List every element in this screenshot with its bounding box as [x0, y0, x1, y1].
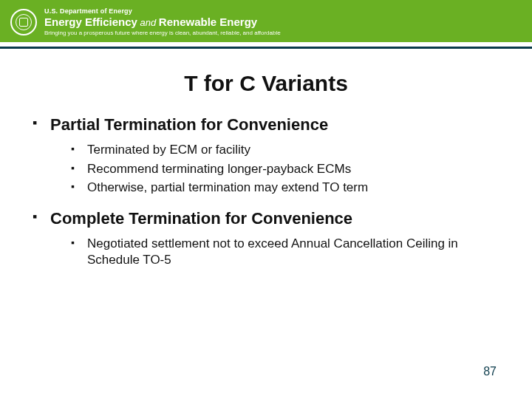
list-item: Otherwise, partial termination may exten…	[71, 180, 499, 196]
list-item: Recommend terminating longer-payback ECM…	[71, 161, 499, 177]
tagline: Bringing you a prosperous future where e…	[44, 30, 281, 36]
header-divider	[0, 47, 532, 49]
program-title-b: Renewable Energy	[159, 16, 257, 28]
department-label: U.S. Department of Energy	[44, 7, 281, 15]
section-heading: Partial Termination for Convenience Term…	[33, 115, 499, 195]
doe-seal-icon	[10, 9, 37, 35]
list-item: Negotiated settlement not to exceed Annu…	[71, 236, 499, 268]
bullet-list-l1: Partial Termination for Convenience Term…	[33, 115, 499, 267]
banner-text-block: U.S. Department of Energy Energy Efficie…	[44, 7, 281, 36]
bullet-list-l2: Terminated by ECM or facility Recommend …	[50, 142, 499, 195]
program-title-and: and	[137, 17, 159, 28]
header-banner: U.S. Department of Energy Energy Efficie…	[0, 0, 532, 42]
section-heading-text: Partial Termination for Convenience	[50, 115, 328, 134]
bullet-list-l2: Negotiated settlement not to exceed Annu…	[50, 236, 499, 268]
section-heading-text: Complete Termination for Convenience	[50, 209, 352, 228]
list-item: Terminated by ECM or facility	[71, 142, 499, 158]
slide-title: T for C Variants	[0, 71, 532, 96]
program-title-a: Energy Efficiency	[44, 16, 137, 28]
page-number: 87	[483, 365, 497, 378]
content-area: Partial Termination for Convenience Term…	[0, 115, 532, 267]
program-title: Energy Efficiency and Renewable Energy	[44, 16, 281, 29]
section-heading: Complete Termination for Convenience Neg…	[33, 209, 499, 268]
